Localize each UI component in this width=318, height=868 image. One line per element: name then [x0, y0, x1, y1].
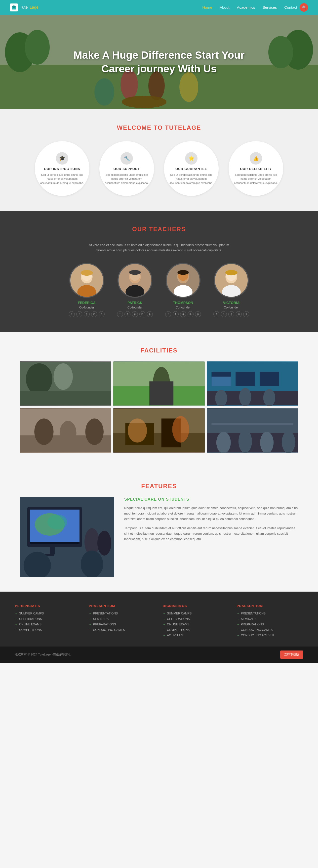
nav-contact[interactable]: Contact — [284, 5, 297, 10]
google-icon[interactable]: g — [84, 311, 90, 317]
facility-image-5 — [113, 408, 205, 453]
nav-home[interactable]: Home — [202, 5, 212, 10]
footer-link[interactable]: ONLINE EXAMS — [15, 623, 82, 626]
nav-academics[interactable]: Academics — [237, 5, 255, 10]
google-icon[interactable]: g — [228, 311, 234, 317]
svg-rect-76 — [50, 547, 55, 554]
twitter-icon[interactable]: t — [221, 311, 227, 317]
svg-point-18 — [81, 270, 93, 276]
linkedin-icon[interactable]: in — [188, 311, 194, 317]
list-item: PRESENTATIONS — [89, 612, 156, 615]
nav-academics-link[interactable]: Academics — [237, 5, 255, 9]
nav-contact-link[interactable]: Contact — [284, 5, 297, 9]
nav-about-link[interactable]: About — [220, 5, 229, 9]
support-desc: Sed ut perspiciatis unde omnis iste natu… — [104, 173, 149, 185]
svg-point-65 — [238, 430, 252, 453]
svg-point-50 — [263, 389, 275, 406]
nav-about[interactable]: About — [220, 5, 229, 10]
list-item: SUMMER CAMPS — [15, 612, 82, 615]
linkedin-icon[interactable]: in — [91, 311, 97, 317]
features-image — [20, 497, 114, 577]
footer-col4-title: PRAESENTIUM — [237, 604, 303, 608]
svg-rect-68 — [212, 423, 293, 425]
nav-services[interactable]: Services — [263, 5, 277, 10]
linkedin-icon[interactable]: in — [139, 311, 145, 317]
footer-link[interactable]: ACTIVITIES — [163, 633, 229, 637]
footer-link[interactable]: PRESENTATIONS — [237, 612, 303, 615]
navbar: TuteLage Home About Academics Services C… — [0, 0, 318, 15]
features-paragraph1: Neque porro quisquam est, qui dolorem ip… — [124, 505, 298, 522]
pinterest-icon[interactable]: p — [99, 311, 104, 317]
features-text: SPECIAL CARE ON STUDENTS Neque porro qui… — [124, 497, 298, 546]
svg-point-81 — [52, 548, 77, 577]
list-item: CELEBRATIONS — [163, 617, 229, 621]
teacher-victoria-role: Co-founder — [224, 306, 239, 309]
instructions-desc: Sed ut perspiciatis unde omnis iste natu… — [40, 173, 85, 185]
search-button[interactable]: 🔍 — [299, 3, 308, 12]
footer-link[interactable]: CONDUCTING GAMES — [237, 628, 303, 631]
teacher-thompson-avatar — [166, 263, 200, 298]
footer-link[interactable]: SEMINARS — [89, 617, 156, 621]
list-item: PREPARATIONS — [89, 623, 156, 626]
footer-link[interactable]: COMPETITIONS — [163, 628, 229, 631]
footer: PERSPICIATIS SUMMER CAMPS CELEBRATIONS O… — [0, 592, 318, 647]
footer-link[interactable]: SUMMER CAMPS — [163, 612, 229, 615]
reliability-icon: 👍 — [250, 152, 262, 164]
svg-rect-44 — [235, 372, 255, 386]
twitter-icon[interactable]: t — [124, 311, 130, 317]
footer-link[interactable]: CELEBRATIONS — [163, 617, 229, 621]
footer-link[interactable]: SEMINARS — [237, 617, 303, 621]
brand-tute: Tute — [20, 5, 28, 10]
welcome-section: WELCOME TO TUTELAGE 🎓 OUR INSTRUCTIONS S… — [0, 110, 318, 211]
google-icon[interactable]: g — [180, 311, 186, 317]
teacher-federica-socials: f t g in p — [69, 311, 104, 317]
teacher-victoria-avatar — [214, 263, 249, 298]
svg-point-36 — [54, 363, 73, 390]
teacher-patrick: PATRICK Co-founder f t g in p — [117, 263, 153, 317]
footer-link[interactable]: PRESENTATIONS — [89, 612, 156, 615]
footer-link[interactable]: SUMMER CAMPS — [15, 612, 82, 615]
footer-copyright: 版权所有 © 2024 TuteLage. 保留所有权利. — [15, 652, 71, 657]
pinterest-icon[interactable]: p — [243, 311, 249, 317]
twitter-icon[interactable]: t — [76, 311, 82, 317]
guarantee-icon: ⭐ — [185, 152, 197, 164]
nav-home-link[interactable]: Home — [202, 5, 212, 9]
reliability-title: OUR RELIABILITY — [240, 167, 272, 171]
teacher-federica-name: FEDERICA — [78, 301, 96, 305]
footer-link[interactable]: CONDUCTING GAMES — [89, 628, 156, 631]
teacher-federica-role: Co-founder — [79, 306, 94, 309]
facebook-icon[interactable]: f — [117, 311, 123, 317]
list-item: CELEBRATIONS — [15, 617, 82, 621]
feature-guarantee: ⭐ OUR GUARANTEE Sed ut perspiciatis unde… — [164, 141, 219, 196]
download-button[interactable]: 立即下载版 — [280, 651, 303, 659]
list-item: CONDUCTING GAMES — [237, 628, 303, 631]
footer-link[interactable]: CELEBRATIONS — [15, 617, 82, 621]
footer-link[interactable]: CONDUCTING ACTIVITI — [237, 633, 303, 637]
support-icon: 🔧 — [121, 152, 133, 164]
guarantee-title: OUR GUARANTEE — [176, 167, 207, 171]
facebook-icon[interactable]: f — [165, 311, 171, 317]
svg-point-64 — [216, 432, 231, 453]
pinterest-icon[interactable]: p — [195, 311, 201, 317]
footer-col4-list: PRESENTATIONS SEMINARS PREPARATIONS COND… — [237, 612, 303, 637]
svg-point-74 — [47, 515, 67, 529]
twitter-icon[interactable]: t — [173, 311, 179, 317]
footer-link[interactable]: ONLINE EXAMS — [163, 623, 229, 626]
google-icon[interactable]: g — [132, 311, 138, 317]
nav-services-link[interactable]: Services — [263, 5, 277, 9]
facility-image-3 — [207, 362, 298, 406]
teachers-title: OUR TEACHERS — [20, 226, 298, 232]
teacher-patrick-name: PATRICK — [127, 301, 142, 305]
facebook-icon[interactable]: f — [69, 311, 75, 317]
hero-section: Make A Huge Difference Start Your Career… — [0, 15, 318, 110]
facebook-icon[interactable]: f — [214, 311, 219, 317]
hero-line1: Make A Huge Difference Start Your — [73, 49, 245, 61]
footer-link[interactable]: COMPETITIONS — [15, 628, 82, 631]
footer-link[interactable]: PREPARATIONS — [237, 623, 303, 626]
footer-col1-title: PERSPICIATIS — [15, 604, 82, 608]
footer-link[interactable]: PREPARATIONS — [89, 623, 156, 626]
hero-text: Make A Huge Difference Start Your Career… — [73, 49, 245, 75]
list-item: ACTIVITIES — [163, 633, 229, 637]
linkedin-icon[interactable]: in — [236, 311, 242, 317]
pinterest-icon[interactable]: p — [147, 311, 153, 317]
